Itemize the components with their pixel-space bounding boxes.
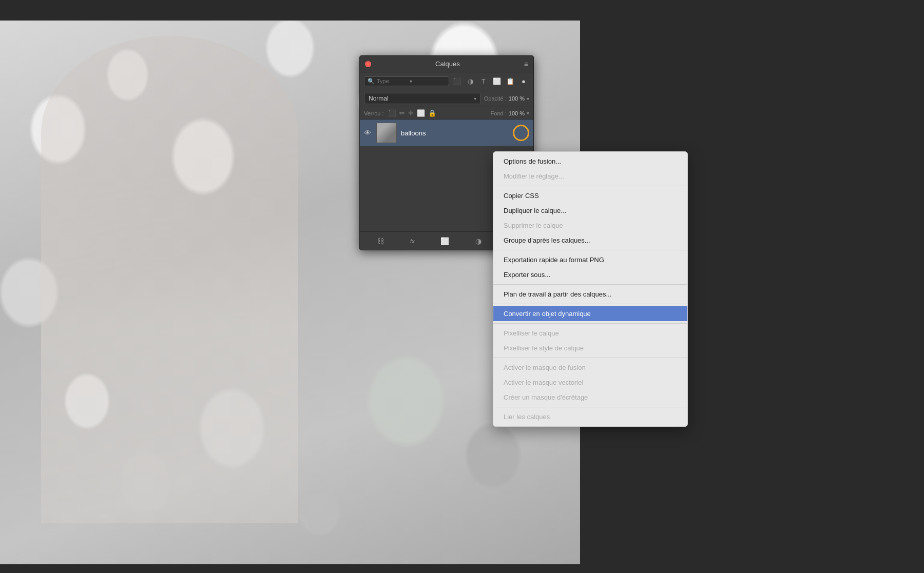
lock-label: Verrou : xyxy=(364,110,384,116)
lock-icons: ⬛ ✏ ✛ ⬜ 🔒 xyxy=(388,109,436,117)
menu-separator xyxy=(493,407,687,407)
filter-row: 🔍 ▾ ⬛ ◑ T ⬜ 📋 ● xyxy=(360,72,533,90)
fill-value[interactable]: 100 % xyxy=(509,110,525,116)
menu-item-creer-masque: Créer un masque d'écrêtage xyxy=(493,390,687,405)
blend-dropdown-arrow: ▾ xyxy=(474,96,476,102)
layer-name: balloons xyxy=(401,129,509,137)
type-filter-input[interactable] xyxy=(377,78,408,84)
add-mask-icon[interactable]: ⬜ xyxy=(440,237,449,245)
panel-title: Calques xyxy=(371,60,524,68)
menu-item-exporter-sous[interactable]: Exporter sous... xyxy=(493,267,687,282)
lock-artboard-icon[interactable]: ⬜ xyxy=(417,109,425,117)
menu-item-pixelliser-style: Pixelliser le style de calque xyxy=(493,341,687,355)
menu-separator xyxy=(493,186,687,186)
opacity-dropdown-arrow[interactable]: ▾ xyxy=(527,96,529,102)
link-layers-icon[interactable]: ⛓ xyxy=(377,237,384,245)
layer-indicator xyxy=(513,125,529,141)
lock-brush-icon[interactable]: ✏ xyxy=(399,109,405,117)
fx-icon[interactable]: fx xyxy=(410,238,415,244)
menu-item-activer-masque-vec: Activer le masque vectoriel xyxy=(493,375,687,390)
lock-move-icon[interactable]: ✛ xyxy=(408,109,414,117)
menu-item-pixelliser-calque: Pixelliser le calque xyxy=(493,326,687,341)
fill-label: Fond : xyxy=(491,110,507,116)
menu-item-activer-masque: Activer le masque de fusion xyxy=(493,360,687,375)
menu-item-plan-travail[interactable]: Plan de travail à partir des calques... xyxy=(493,287,687,302)
panel-titlebar: Calques ≡ xyxy=(360,56,533,72)
menu-separator xyxy=(493,284,687,285)
blend-mode-label: Normal xyxy=(369,95,474,102)
menu-separator xyxy=(493,250,687,250)
menu-item-groupe[interactable]: Groupe d'après les calques... xyxy=(493,233,687,248)
person-silhouette xyxy=(41,36,298,523)
menu-item-modifier-reglage: Modifier le réglage... xyxy=(493,169,687,184)
blend-mode-dropdown[interactable]: Normal ▾ xyxy=(364,93,481,104)
fill-dropdown-arrow[interactable]: ▾ xyxy=(527,110,529,116)
layer-thumb-image xyxy=(377,123,396,143)
menu-separator xyxy=(493,323,687,324)
menu-item-lier-calques: Lier les calques xyxy=(493,409,687,424)
menu-separator xyxy=(493,304,687,304)
filter-dropdown-arrow[interactable]: ▾ xyxy=(410,78,412,84)
blend-mode-row: Normal ▾ Opacité : 100 % ▾ xyxy=(360,90,533,107)
lock-all-icon[interactable]: 🔒 xyxy=(428,109,436,117)
context-menu: Options de fusion...Modifier le réglage.… xyxy=(493,151,688,427)
menu-item-export-png[interactable]: Exportation rapide au format PNG xyxy=(493,252,687,267)
filter-image-icon[interactable]: ⬛ xyxy=(451,75,463,87)
menu-item-dupliquer[interactable]: Dupliquer le calque... xyxy=(493,203,687,218)
filter-adjustment-icon[interactable]: ◑ xyxy=(465,75,476,87)
panel-close-button[interactable] xyxy=(365,61,371,67)
lock-transparent-icon[interactable]: ⬛ xyxy=(388,109,396,117)
adjustment-icon[interactable]: ◑ xyxy=(475,237,482,245)
fill-group: Fond : 100 % ▾ xyxy=(491,110,529,116)
opacity-value[interactable]: 100 % xyxy=(509,95,525,102)
menu-separator xyxy=(493,358,687,358)
lock-row: Verrou : ⬛ ✏ ✛ ⬜ 🔒 Fond : 100 % ▾ xyxy=(360,107,533,120)
menu-item-supprimer: Supprimer le calque xyxy=(493,218,687,233)
menu-item-convertir[interactable]: Convertir en objet dynamique xyxy=(493,306,687,321)
search-icon: 🔍 xyxy=(368,78,375,85)
filter-shape-icon[interactable]: ⬜ xyxy=(491,75,503,87)
top-bar xyxy=(0,0,924,21)
layer-visibility-icon[interactable]: 👁 xyxy=(364,129,372,137)
filter-type-icon[interactable]: T xyxy=(478,75,489,87)
menu-item-options-fusion[interactable]: Options de fusion... xyxy=(493,154,687,169)
opacity-label: Opacité : xyxy=(484,95,507,102)
menu-item-copier-css[interactable]: Copier CSS xyxy=(493,188,687,203)
filter-dot-icon[interactable]: ● xyxy=(518,75,529,87)
opacity-group: Opacité : 100 % ▾ xyxy=(484,95,529,102)
filter-search[interactable]: 🔍 ▾ xyxy=(364,76,449,86)
panel-menu-icon[interactable]: ≡ xyxy=(524,60,528,68)
filter-smart-icon[interactable]: 📋 xyxy=(505,75,516,87)
layer-thumbnail xyxy=(376,123,397,143)
layer-row[interactable]: 👁 balloons xyxy=(360,120,533,146)
